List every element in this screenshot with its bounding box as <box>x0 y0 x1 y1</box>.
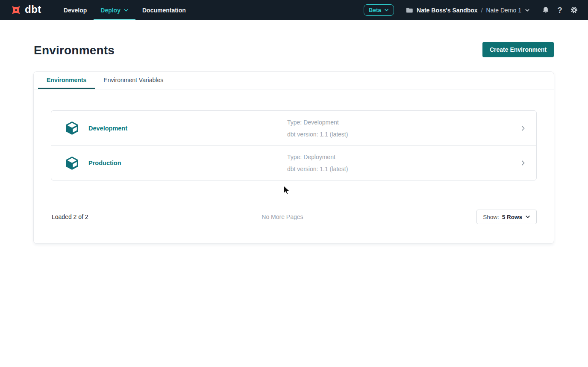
divider-line <box>312 217 468 217</box>
pagination-bar: Loaded 2 of 2 No More Pages Show: 5 Rows <box>51 210 537 224</box>
chevron-right-icon <box>520 160 526 166</box>
notifications-bell-icon[interactable] <box>541 6 550 15</box>
environment-row-production[interactable]: Production Type: Deployment dbt version:… <box>51 145 536 180</box>
environment-cube-icon <box>64 155 80 171</box>
environment-type: Type: Deployment <box>287 151 348 163</box>
dbt-logo[interactable]: dbt <box>0 0 47 20</box>
settings-gear-icon[interactable] <box>569 6 579 15</box>
loaded-count: Loaded 2 of 2 <box>52 213 88 220</box>
logo-text: dbt <box>25 3 41 17</box>
environment-row-development[interactable]: Development Type: Development dbt versio… <box>51 111 536 145</box>
nav-item-documentation[interactable]: Documentation <box>135 0 193 20</box>
folder-icon <box>406 7 413 13</box>
breadcrumb-separator: / <box>481 7 483 14</box>
dbt-logo-icon <box>10 4 22 16</box>
chevron-right-icon <box>520 125 526 131</box>
chevron-down-icon[interactable] <box>525 8 530 13</box>
environment-meta: Type: Development dbt version: 1.1 (late… <box>287 116 348 140</box>
tab-environments[interactable]: Environments <box>38 72 95 89</box>
environment-name: Production <box>88 160 121 166</box>
breadcrumb: Nate Boss's Sandbox / Nate Demo 1 <box>406 7 530 14</box>
tab-environment-variables[interactable]: Environment Variables <box>95 72 172 89</box>
environment-name: Development <box>88 125 127 132</box>
account-name[interactable]: Nate Boss's Sandbox <box>417 7 478 14</box>
environment-type: Type: Development <box>287 116 348 128</box>
page-title: Environments <box>34 44 115 57</box>
environment-version: dbt version: 1.1 (latest) <box>287 128 348 140</box>
environment-version: dbt version: 1.1 (latest) <box>287 163 348 175</box>
card-tabbar: Environments Environment Variables <box>34 72 554 89</box>
environment-meta: Type: Deployment dbt version: 1.1 (lates… <box>287 151 348 175</box>
nav-item-develop[interactable]: Develop <box>57 0 94 20</box>
environment-cube-icon <box>64 120 80 136</box>
chevron-down-icon <box>123 8 129 13</box>
chevron-down-icon <box>525 214 530 219</box>
project-name[interactable]: Nate Demo 1 <box>486 7 521 14</box>
beta-dropdown[interactable]: Beta <box>364 4 394 16</box>
primary-nav: Develop Deploy Documentation <box>57 0 193 20</box>
chevron-down-icon <box>384 8 389 12</box>
rows-per-page-dropdown[interactable]: Show: 5 Rows <box>476 210 537 224</box>
no-more-pages-label: No More Pages <box>262 213 303 220</box>
help-icon[interactable]: ? <box>555 6 564 15</box>
nav-item-deploy[interactable]: Deploy <box>94 0 135 20</box>
top-navbar: dbt Develop Deploy Documentation Beta <box>0 0 588 20</box>
create-environment-button[interactable]: Create Environment <box>482 42 554 57</box>
environment-list: Development Type: Development dbt versio… <box>51 110 537 181</box>
environments-card: Environments Environment Variables Devel… <box>33 71 554 244</box>
divider-line <box>97 217 253 217</box>
